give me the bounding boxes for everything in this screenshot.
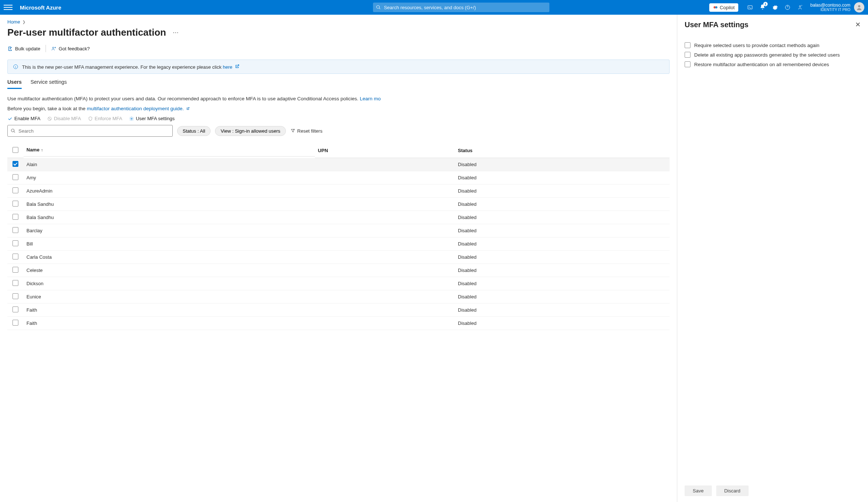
brand-label[interactable]: Microsoft Azure [20, 4, 61, 11]
breadcrumb: Home ❯ [7, 15, 670, 27]
column-name[interactable]: Name ↑ [24, 143, 315, 157]
table-row[interactable]: AzureAdminDisabled [7, 184, 670, 198]
user-search-input[interactable] [18, 128, 169, 134]
reset-filters-button[interactable]: Reset filters [290, 128, 323, 134]
row-name: Faith [24, 317, 315, 330]
checkbox-delete-passwords[interactable] [685, 52, 691, 58]
panel-option-1[interactable]: Require selected users to provide contac… [685, 42, 861, 48]
global-search-box[interactable] [373, 3, 549, 12]
panel-option-3[interactable]: Restore multifactor authentication on al… [685, 61, 861, 67]
checkbox-restore-mfa[interactable] [685, 61, 691, 67]
global-search [373, 3, 549, 12]
cloud-shell-icon[interactable] [747, 4, 753, 10]
table-row[interactable]: DicksonDisabled [7, 277, 670, 290]
user-account[interactable]: balas@contoso.com IDENTITY IT PRO [810, 3, 850, 12]
avatar[interactable] [854, 2, 864, 12]
row-checkbox[interactable] [12, 174, 18, 180]
close-icon[interactable]: ✕ [855, 21, 861, 29]
checkbox-require-contact[interactable] [685, 42, 691, 48]
tab-service-settings[interactable]: Service settings [31, 79, 67, 89]
discard-button[interactable]: Discard [716, 485, 749, 496]
row-checkbox[interactable] [12, 254, 18, 259]
user-mfa-settings-label: User MFA settings [136, 116, 175, 121]
feedback-person-icon[interactable] [797, 4, 803, 10]
table-row[interactable]: Bala SandhuDisabled [7, 211, 670, 224]
bulk-update-button[interactable]: Bulk update [7, 46, 40, 51]
select-all-checkbox[interactable] [12, 147, 18, 153]
row-status: Disabled [455, 198, 670, 211]
notifications-button[interactable]: 1 [760, 4, 765, 11]
row-checkbox[interactable] [12, 280, 18, 286]
hamburger-menu-icon[interactable] [4, 3, 12, 12]
row-name: AzureAdmin [24, 184, 315, 198]
more-actions-icon[interactable]: ⋯ [173, 29, 179, 36]
row-checkbox[interactable] [12, 267, 18, 273]
gear-icon[interactable] [772, 4, 778, 10]
intro-text-2: Before you begin, take a look at the [7, 106, 87, 111]
table-row[interactable]: EuniceDisabled [7, 290, 670, 304]
user-search[interactable] [7, 125, 173, 137]
enforce-mfa-label: Enforce MFA [95, 116, 122, 121]
column-status[interactable]: Status [455, 143, 670, 158]
svg-point-5 [858, 5, 860, 7]
row-status: Disabled [455, 317, 670, 330]
copilot-button[interactable]: Copilot [709, 3, 738, 12]
row-checkbox[interactable] [12, 187, 18, 193]
row-upn [315, 224, 455, 237]
column-upn[interactable]: UPN [315, 143, 455, 158]
user-mfa-settings-button[interactable]: User MFA settings [129, 116, 175, 121]
tab-users[interactable]: Users [7, 79, 22, 89]
view-filter-pill[interactable]: View : Sign-in allowed users [215, 126, 286, 136]
info-text: This is the new per-user MFA management … [22, 64, 240, 70]
row-name: Carla Costa [24, 251, 315, 264]
row-checkbox[interactable] [12, 201, 18, 207]
panel-option-2[interactable]: Delete all existing app passwords genera… [685, 52, 861, 58]
breadcrumb-home[interactable]: Home [7, 19, 20, 25]
enable-mfa-button[interactable]: Enable MFA [7, 116, 40, 121]
global-search-input[interactable] [384, 5, 547, 10]
row-upn [315, 158, 455, 171]
help-icon[interactable] [785, 4, 790, 10]
tabs: Users Service settings [7, 79, 670, 89]
sort-ascending-icon: ↑ [41, 148, 43, 152]
row-checkbox[interactable] [12, 306, 18, 312]
feedback-button[interactable]: Got feedback? [51, 46, 90, 51]
table-row[interactable]: Carla CostaDisabled [7, 251, 670, 264]
table-row[interactable]: FaithDisabled [7, 304, 670, 317]
panel-option-3-label: Restore multifactor authentication on al… [694, 62, 829, 67]
deployment-guide-link[interactable]: multifactor authentication deployment gu… [87, 106, 184, 111]
table-row[interactable]: FaithDisabled [7, 317, 670, 330]
table-row[interactable]: AlainDisabled [7, 158, 670, 171]
table-row[interactable]: BarclayDisabled [7, 224, 670, 237]
column-name-label: Name [26, 147, 39, 153]
table-row[interactable]: CelesteDisabled [7, 264, 670, 277]
table-row[interactable]: Bala SandhuDisabled [7, 198, 670, 211]
status-filter-pill[interactable]: Status : All [177, 126, 211, 136]
panel-option-1-label: Require selected users to provide contac… [694, 43, 819, 48]
prohibit-icon [47, 116, 52, 121]
row-status: Disabled [455, 171, 670, 184]
row-upn [315, 317, 455, 330]
row-checkbox[interactable] [12, 293, 18, 299]
row-status: Disabled [455, 290, 670, 304]
row-status: Disabled [455, 277, 670, 290]
row-checkbox[interactable] [12, 161, 18, 167]
feedback-icon [51, 46, 57, 51]
users-table-wrap: Name ↑ UPN Status AlainDisabledAmyDisabl… [7, 143, 670, 484]
table-row[interactable]: AmyDisabled [7, 171, 670, 184]
save-button[interactable]: Save [685, 485, 712, 496]
panel-option-2-label: Delete all existing app passwords genera… [694, 52, 840, 58]
intro-line-2: Before you begin, take a look at the mul… [7, 106, 670, 111]
row-upn [315, 198, 455, 211]
row-name: Faith [24, 304, 315, 317]
row-checkbox[interactable] [12, 240, 18, 246]
row-name: Alain [24, 158, 315, 171]
row-upn [315, 171, 455, 184]
row-checkbox[interactable] [12, 214, 18, 220]
row-checkbox[interactable] [12, 227, 18, 233]
learn-more-link[interactable]: Learn mo [360, 96, 381, 101]
main-content: Home ❯ Per-user multifactor authenticati… [0, 15, 677, 502]
info-banner-link[interactable]: here [223, 64, 232, 70]
row-checkbox[interactable] [12, 320, 18, 326]
table-row[interactable]: BillDisabled [7, 237, 670, 251]
